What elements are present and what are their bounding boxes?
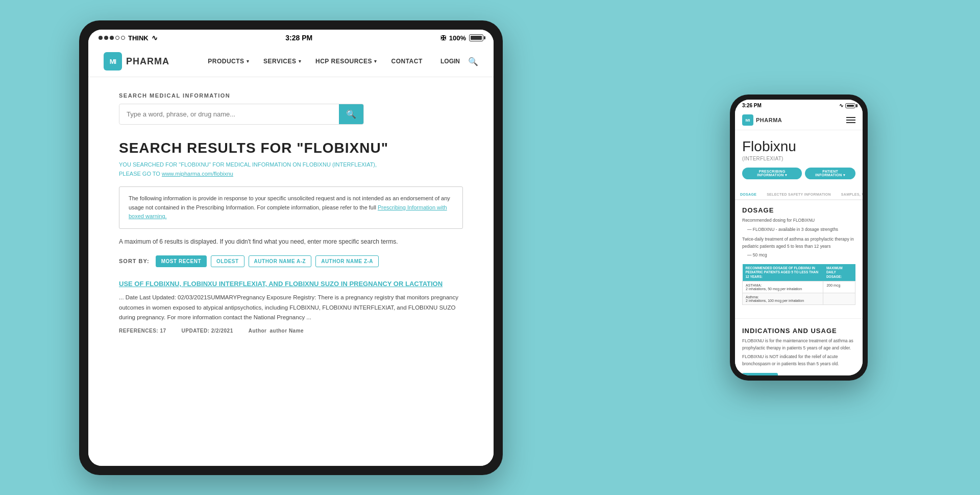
tablet-content[interactable]: MI PHARMA PRODUCTS ▾ SERVICES ▾ [88, 46, 494, 466]
phone-content[interactable]: MI PHARMA Flobixnu (INTERFLEXIAT) PRESCR… [735, 110, 863, 375]
tablet-status-right: ✠ 100% [440, 34, 483, 42]
tab-dosage[interactable]: DOSAGE [735, 190, 762, 200]
phone-status-bar: 3:26 PM ∿ [735, 100, 863, 110]
table-cell-1-1: ASTHMA:2 inhalations, 50 mcg per inhalat… [743, 281, 823, 293]
phone-screen: 3:26 PM ∿ MI PHARMA [735, 100, 863, 375]
indications-section: INDICATIONS AND USAGE FLOBIXNU is for th… [735, 321, 863, 375]
search-section: SEARCH MEDICAL INFORMATION 🔍 [119, 92, 463, 125]
result-author: Author author Name [249, 328, 304, 334]
search-button[interactable]: 🔍 [339, 104, 363, 124]
result-title[interactable]: USE OF FLOBIXNU, FLOBINXU INTERFLEXIAT, … [119, 279, 463, 289]
search-input[interactable] [119, 105, 339, 123]
sort-most-recent[interactable]: MOST RECENT [156, 255, 207, 267]
table-header-2: MAXIMUM DAILY DOSAGE: [823, 264, 855, 281]
hamburger-menu[interactable] [846, 117, 855, 123]
nav-hcp-label: HCP RESOURCES [315, 58, 372, 65]
table-row-2: Asthma:2 inhalations, 100 mcg per inhala… [743, 293, 855, 305]
main-content: SEARCH MEDICAL INFORMATION 🔍 SEARCH RESU… [88, 77, 494, 361]
tablet-time: 3:28 PM [285, 34, 312, 42]
logo-icon: MI [104, 52, 122, 70]
nav-contact-label: CONTACT [391, 58, 423, 65]
results-title: SEARCH RESULTS FOR "FLOBIXNU" [119, 140, 463, 156]
phone-battery-fill [847, 105, 854, 107]
nav-products-label: PRODUCTS [208, 58, 244, 65]
nav-products[interactable]: PRODUCTS ▾ [208, 58, 249, 65]
battery-bar [469, 34, 483, 41]
nav-contact[interactable]: CONTACT [391, 58, 423, 65]
author-name: author Name [270, 328, 304, 334]
phone-wifi-icon: ∿ [839, 103, 843, 108]
login-button[interactable]: LOGIN [440, 58, 460, 65]
table-header-1: RECOMMENDED DOSAGE OF FLOBIXNU IN PEDIAT… [743, 264, 823, 281]
nav-services[interactable]: SERVICES ▾ [263, 58, 301, 65]
bluetooth-icon: ✠ [440, 34, 446, 42]
nav-services-label: SERVICES [263, 58, 296, 65]
phone-battery [845, 103, 855, 108]
tablet-screen: THINK ∿ 3:28 PM ✠ 100% MI [88, 30, 494, 466]
signal-dots [99, 36, 125, 40]
results-count: A maximum of 6 results is displayed. If … [119, 238, 463, 245]
indications-text1: FLOBIXNU is for the maintenance treatmen… [742, 338, 855, 351]
signal-dot-4 [115, 36, 119, 40]
products-chevron: ▾ [247, 59, 250, 64]
tablet-device: THINK ∿ 3:28 PM ✠ 100% MI [79, 20, 503, 475]
search-label: SEARCH MEDICAL INFORMATION [119, 92, 463, 99]
signal-dot-3 [110, 36, 114, 40]
subtitle-line2: PLEASE GO TO [119, 171, 162, 177]
hamburger-line-1 [846, 117, 855, 118]
table-cell-2-1: Asthma:2 inhalations, 100 mcg per inhala… [743, 293, 823, 305]
hamburger-line-3 [846, 122, 855, 123]
drug-generic: (INTERFLEXIAT) [742, 156, 855, 161]
phone-status-right: ∿ [839, 103, 855, 108]
phone-time: 3:26 PM [742, 103, 762, 108]
table-cell-2-2 [823, 293, 855, 305]
dosage-section: DOSAGE Recommended dosing for FLOBIXNU —… [735, 200, 863, 316]
subtitle-link[interactable]: www.mipharma.com/flobixnu [162, 171, 233, 177]
logo[interactable]: MI PHARMA [104, 52, 169, 70]
sort-author-za[interactable]: AUTHOR NAME Z-A [315, 255, 379, 267]
scene: THINK ∿ 3:28 PM ✠ 100% MI [0, 0, 980, 495]
nav-hcp-resources[interactable]: HCP RESOURCES ▾ [315, 58, 377, 65]
nav-bar: MI PHARMA PRODUCTS ▾ SERVICES ▾ [88, 46, 494, 77]
author-label: Author [249, 328, 267, 334]
nav-links: PRODUCTS ▾ SERVICES ▾ HCP RESOURCES ▾ [190, 58, 440, 65]
subtitle-line1: YOU SEARCHED FOR "FLOBIXNU" FOR MEDICAL … [119, 161, 377, 168]
sort-oldest[interactable]: OLDEST [211, 255, 244, 267]
phone-logo-icon: MI [742, 114, 753, 126]
disclaimer-box: The following information is provide in … [119, 186, 463, 229]
signal-dot-1 [99, 36, 103, 40]
signal-dot-2 [104, 36, 108, 40]
result-updated: UPDATED: 2/2/2021 [182, 328, 233, 334]
tablet-status-bar: THINK ∿ 3:28 PM ✠ 100% [88, 30, 494, 46]
dosage-table: RECOMMENDED DOSAGE OF FLOBIXNU IN PEDIAT… [742, 264, 855, 305]
sort-author-az[interactable]: AUTHOR NAME A-Z [249, 255, 312, 267]
patient-info-button[interactable]: PATIENT INFORMATION ▾ [805, 168, 855, 179]
read-more-button[interactable]: ✦ READ MORE [742, 373, 778, 375]
signal-dot-5 [121, 36, 125, 40]
nav-actions: LOGIN 🔍 [440, 57, 478, 66]
hcp-chevron: ▾ [374, 59, 377, 64]
pill-buttons: PRESCRIBING INFORMATION ▾ PATIENT INFORM… [742, 168, 855, 179]
drug-name: Flobixnu [742, 138, 855, 155]
results-section: SEARCH RESULTS FOR "FLOBIXNU" YOU SEARCH… [119, 140, 463, 334]
battery-fill [471, 36, 482, 40]
tab-safety[interactable]: SELECTED SAFETY INFORMATION [762, 190, 836, 200]
dosage-description2: Twice-daily treatment of asthma as proph… [742, 236, 855, 250]
search-bar: 🔍 [119, 104, 364, 125]
tablet-status-left: THINK ∿ [99, 34, 158, 42]
result-excerpt: ... Date Last Updated: 02/03/2021SUMMARY… [119, 293, 463, 323]
battery-percent: 100% [449, 34, 466, 42]
section-divider-1 [735, 318, 863, 319]
search-icon[interactable]: 🔍 [468, 57, 478, 66]
services-chevron: ▾ [299, 59, 302, 64]
phone-logo[interactable]: MI PHARMA [742, 114, 782, 126]
table-row-1: ASTHMA:2 inhalations, 50 mcg per inhalat… [743, 281, 855, 293]
dosage-title: DOSAGE [742, 206, 855, 214]
phone-nav: MI PHARMA [735, 110, 863, 130]
tab-samples[interactable]: SAMPLES, VOUCHERS, AND C [836, 190, 863, 200]
prescribing-info-button[interactable]: PRESCRIBING INFORMATION ▾ [742, 168, 802, 179]
carrier-text: THINK [128, 34, 149, 42]
phone-tabs: DOSAGE SELECTED SAFETY INFORMATION SAMPL… [735, 190, 863, 200]
result-item: USE OF FLOBIXNU, FLOBINXU INTERFLEXIAT, … [119, 279, 463, 334]
drug-header: Flobixnu (INTERFLEXIAT) PRESCRIBING INFO… [735, 130, 863, 190]
